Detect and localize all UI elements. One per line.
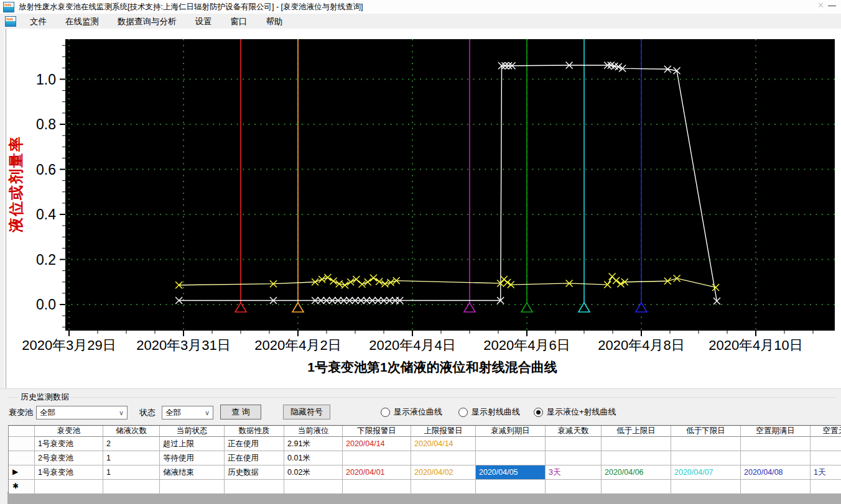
x-tick-label: 2020年4月2日 bbox=[254, 337, 341, 353]
table-cell[interactable]: 储液结束 bbox=[160, 465, 225, 480]
table-cell[interactable] bbox=[671, 451, 741, 465]
radio-selected-icon[interactable] bbox=[534, 408, 543, 417]
x-tick-label: 2020年4月10日 bbox=[709, 337, 803, 353]
menu-item[interactable]: 窗口 bbox=[223, 15, 255, 28]
table-cell[interactable]: 2020/04/07 bbox=[671, 465, 741, 480]
table-cell[interactable]: 0.02米 bbox=[284, 465, 343, 480]
row-selector[interactable] bbox=[9, 451, 35, 465]
table-cell[interactable] bbox=[284, 480, 343, 494]
table-cell[interactable] bbox=[741, 437, 811, 451]
column-header[interactable]: 低于下限日 bbox=[671, 426, 741, 437]
table-cell[interactable] bbox=[476, 451, 546, 465]
table-cell[interactable] bbox=[103, 480, 160, 494]
column-header[interactable]: 下限报警日 bbox=[343, 426, 411, 437]
table-cell[interactable] bbox=[35, 480, 103, 494]
mdi-child-icon bbox=[5, 16, 16, 27]
menu-item[interactable]: 帮助 bbox=[259, 15, 290, 28]
table-cell[interactable]: 2020/04/14 bbox=[411, 437, 476, 451]
column-header[interactable]: 低于上限日 bbox=[602, 426, 671, 437]
table-cell[interactable]: 3天 bbox=[546, 465, 602, 480]
table-cell[interactable]: 历史数据 bbox=[225, 465, 284, 480]
table-cell[interactable] bbox=[671, 480, 741, 494]
table-cell[interactable] bbox=[476, 437, 546, 451]
menu-item[interactable]: 设置 bbox=[188, 15, 220, 28]
table-cell[interactable]: 1 bbox=[103, 451, 160, 465]
table-cell[interactable]: 2号衰变池 bbox=[35, 451, 103, 465]
column-header[interactable]: 上限报警日 bbox=[411, 426, 476, 437]
table-cell[interactable]: 2020/04/06 bbox=[602, 465, 671, 480]
app-title: 放射性废水衰变池在线监测系统 bbox=[19, 0, 128, 14]
table-cell[interactable]: 2020/04/05 bbox=[476, 465, 546, 480]
menu-item[interactable]: 在线监测 bbox=[58, 15, 106, 28]
status-filter-dropdown[interactable]: 全部 ∨ bbox=[162, 406, 213, 419]
column-header[interactable]: 衰变池 bbox=[35, 426, 103, 437]
query-button[interactable]: 查 询 bbox=[220, 405, 261, 419]
column-header[interactable]: 衰减到期日 bbox=[476, 426, 546, 437]
table-cell[interactable]: 1号衰变池 bbox=[35, 465, 103, 480]
table-cell[interactable] bbox=[811, 437, 841, 451]
pool-filter-value: 全部 bbox=[40, 408, 55, 417]
menu-item[interactable]: 数据查询与分析 bbox=[110, 15, 184, 28]
table-cell[interactable] bbox=[602, 437, 671, 451]
table-cell[interactable] bbox=[476, 480, 546, 494]
table-cell[interactable]: 0.01米 bbox=[284, 451, 343, 465]
table-cell[interactable]: 1天 bbox=[811, 465, 841, 480]
pool-filter-dropdown[interactable]: 全部 ∨ bbox=[36, 406, 128, 419]
column-header[interactable]: 储液次数 bbox=[103, 426, 160, 437]
table-cell[interactable] bbox=[671, 437, 741, 451]
table-cell[interactable]: 1号衰变池 bbox=[35, 437, 103, 451]
table-cell[interactable]: 超过上限 bbox=[160, 437, 225, 451]
table-cell[interactable]: 2020/04/08 bbox=[741, 465, 811, 480]
row-selector[interactable] bbox=[9, 437, 35, 451]
x-tick-label: 2020年3月29日 bbox=[22, 337, 116, 353]
table-cell[interactable]: 2020/04/14 bbox=[343, 437, 411, 451]
current-row-indicator[interactable]: ▶ bbox=[9, 465, 35, 480]
table-cell[interactable] bbox=[411, 480, 476, 494]
table-cell[interactable] bbox=[741, 480, 811, 494]
table-cell[interactable] bbox=[811, 451, 841, 465]
table-cell[interactable] bbox=[811, 480, 841, 494]
table-cell[interactable] bbox=[546, 451, 602, 465]
radio-label: 显示液位曲线 bbox=[394, 406, 442, 418]
column-header[interactable]: 空置期满日 bbox=[741, 426, 811, 437]
table-cell[interactable] bbox=[741, 451, 811, 465]
table-cell[interactable]: 1 bbox=[103, 465, 160, 480]
column-header[interactable]: 当前液位 bbox=[284, 426, 343, 437]
radio-curve-option[interactable]: 显示射线曲线 bbox=[458, 406, 520, 418]
table-cell[interactable]: 正在使用 bbox=[225, 451, 284, 465]
hide-symbols-button[interactable]: 隐藏符号 bbox=[283, 405, 330, 419]
table-cell[interactable]: 2 bbox=[103, 437, 160, 451]
table-cell[interactable] bbox=[602, 451, 671, 465]
y-axis-title: 液位或剂量率 bbox=[7, 135, 24, 233]
close-icon[interactable]: ✕ bbox=[817, 1, 824, 10]
table-cell[interactable] bbox=[546, 437, 602, 451]
radio-icon[interactable] bbox=[381, 408, 390, 417]
history-table: 衰变池储液次数当前状态数据性质当前液位下限报警日上限报警日衰减到期日衰减天数低于… bbox=[8, 425, 841, 494]
table-cell[interactable]: 等待使用 bbox=[160, 451, 225, 465]
column-header[interactable]: 空置天数 bbox=[811, 426, 841, 437]
column-header[interactable]: 当前状态 bbox=[160, 426, 225, 437]
menu-items: 文件在线监测数据查询与分析设置窗口帮助 bbox=[22, 16, 294, 27]
table-cell[interactable] bbox=[160, 480, 225, 494]
table-cell[interactable] bbox=[343, 451, 411, 465]
table-cell[interactable] bbox=[225, 480, 284, 494]
table-cell[interactable] bbox=[343, 480, 411, 494]
table-cell[interactable]: 正在使用 bbox=[225, 437, 284, 451]
column-header[interactable]: 衰减天数 bbox=[546, 426, 602, 437]
status-filter-value: 全部 bbox=[165, 408, 181, 417]
table-cell[interactable]: 2020/04/02 bbox=[411, 465, 476, 480]
table-row: 2号衰变池1等待使用正在使用0.01米 bbox=[9, 451, 841, 465]
radio-curve-option[interactable]: 显示液位+射线曲线 bbox=[534, 406, 616, 418]
table-cell[interactable] bbox=[411, 451, 476, 465]
radio-icon[interactable] bbox=[458, 408, 468, 417]
table-cell[interactable] bbox=[546, 480, 602, 494]
radio-curve-option[interactable]: 显示液位曲线 bbox=[381, 406, 442, 418]
table-cell[interactable] bbox=[602, 480, 671, 494]
table-cell[interactable]: 2.91米 bbox=[284, 437, 343, 451]
table-cell[interactable]: 2020/04/01 bbox=[343, 465, 411, 480]
decay-pool-chart[interactable]: 0.00.20.40.60.81.02020年3月29日2020年3月31日20… bbox=[0, 29, 841, 388]
new-row-indicator[interactable]: ✱ bbox=[9, 480, 35, 494]
column-header[interactable]: 数据性质 bbox=[225, 426, 284, 437]
menu-item[interactable]: 文件 bbox=[22, 15, 54, 28]
minimize-icon[interactable]: — bbox=[828, 1, 836, 10]
